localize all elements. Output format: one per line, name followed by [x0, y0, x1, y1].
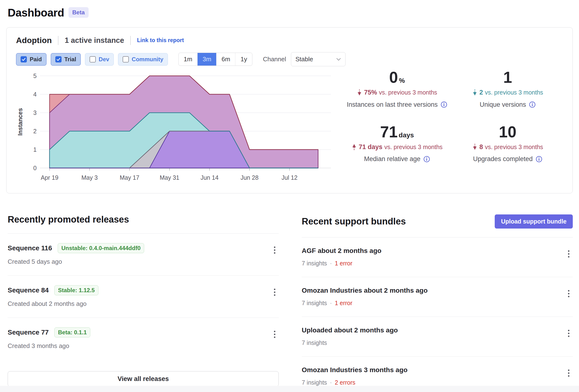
- releases-section: Recently promoted releases Sequence 116U…: [8, 214, 279, 392]
- bundle-meta: 7 insights: [302, 339, 398, 346]
- release-created-date: Created 5 days ago: [8, 258, 144, 265]
- trend-down-icon: [357, 89, 362, 97]
- metric-value: 1: [503, 69, 512, 86]
- adoption-controls: PaidTrialDevCommunity 1m3m6m1y Channel S…: [16, 52, 563, 66]
- chevron-down-icon: [336, 58, 341, 61]
- filter-chip-community[interactable]: Community: [118, 53, 168, 65]
- release-list: Sequence 116Unstable: 0.4.0-main.444ddf0…: [8, 234, 279, 360]
- info-icon[interactable]: [529, 101, 536, 108]
- svg-text:5: 5: [33, 72, 37, 79]
- bundle-insights-count: 7 insights: [302, 339, 327, 346]
- filter-chip-label: Paid: [30, 56, 42, 63]
- time-range-segmented-control: 1m3m6m1y: [178, 53, 252, 66]
- release-kebab-menu[interactable]: [272, 329, 278, 341]
- bundle-error-count: 2 errors: [335, 379, 355, 386]
- bundle-title: Omozan Industries about 2 months ago: [302, 287, 428, 294]
- support-bundle-row: Uploaded about 2 months ago7 insights: [302, 317, 573, 357]
- channel-label: Channel: [263, 56, 286, 63]
- bundle-kebab-menu[interactable]: [566, 249, 572, 260]
- release-kebab-menu[interactable]: [272, 287, 278, 299]
- svg-text:2: 2: [33, 128, 37, 134]
- metric-unit: %: [399, 77, 405, 84]
- bundle-insights-count: 7 insights: [302, 260, 327, 267]
- dot-separator: ·: [330, 260, 332, 267]
- view-all-releases-button[interactable]: View all releases: [8, 371, 279, 387]
- upload-support-bundle-button[interactable]: Upload support bundle: [495, 214, 573, 229]
- filter-chip-dev[interactable]: Dev: [85, 53, 114, 65]
- bundle-insights-count: 7 insights: [302, 379, 327, 386]
- bundle-kebab-menu[interactable]: [566, 368, 572, 380]
- bundle-info: Omozan Industries 3 months ago7 insights…: [302, 366, 408, 386]
- divider: [130, 36, 131, 45]
- svg-text:0: 0: [33, 165, 37, 171]
- svg-text:May 31: May 31: [160, 174, 179, 181]
- active-instance-count: 1 active instance: [65, 36, 124, 45]
- info-icon[interactable]: [536, 156, 542, 162]
- metric-big-number: 1: [503, 69, 512, 86]
- svg-text:Instances: Instances: [17, 108, 23, 135]
- release-kebab-menu[interactable]: [272, 245, 278, 257]
- metric-value: 10: [499, 123, 516, 141]
- release-version-badge: Beta: 0.1.1: [54, 327, 90, 337]
- channel-select[interactable]: Stable: [291, 52, 346, 66]
- metric-big-number: 71days: [380, 123, 414, 141]
- dot-separator: ·: [330, 300, 332, 307]
- range-segment-1m[interactable]: 1m: [179, 53, 197, 65]
- bundle-title: Omozan Industries 3 months ago: [302, 366, 408, 374]
- release-row: Sequence 84Stable: 1.12.5Created about 2…: [8, 276, 279, 318]
- metric-big-number: 10: [499, 123, 516, 141]
- range-segment-1y[interactable]: 1y: [235, 53, 252, 65]
- svg-text:1: 1: [33, 146, 37, 153]
- metric-change-suffix: vs. previous 3 months: [485, 144, 543, 150]
- trend-down-icon: [472, 143, 477, 151]
- range-segment-6m[interactable]: 6m: [216, 53, 235, 65]
- filter-chip-paid[interactable]: Paid: [16, 53, 46, 65]
- range-segment-3m[interactable]: 3m: [197, 53, 216, 65]
- svg-text:3: 3: [33, 109, 37, 116]
- bundle-info: Uploaded about 2 months ago7 insights: [302, 327, 398, 346]
- kebab-menu-icon: [568, 329, 570, 338]
- metric-change-value: 71 days: [359, 143, 382, 151]
- metric-0: 0%75%vs. previous 3 monthsInstances on l…: [342, 69, 452, 108]
- svg-text:Jul 12: Jul 12: [282, 174, 298, 181]
- metric-3: 108vs. previous 3 monthsUpgrades complet…: [452, 123, 563, 163]
- checkbox-unchecked-icon: [123, 56, 129, 63]
- release-name: Sequence 77: [8, 328, 49, 336]
- link-to-report[interactable]: Link to this report: [137, 37, 184, 44]
- checkbox-checked-icon: [21, 56, 27, 63]
- bundle-kebab-menu[interactable]: [566, 289, 572, 300]
- bundle-error-count: 1 error: [335, 260, 353, 267]
- metric-change: 2vs. previous 3 months: [472, 89, 543, 97]
- releases-heading: Recently promoted releases: [8, 214, 279, 225]
- release-name: Sequence 84: [8, 286, 49, 294]
- filter-chip-label: Trial: [65, 56, 76, 63]
- metric-label: Upgrades completed: [473, 155, 542, 163]
- bundle-kebab-menu[interactable]: [566, 328, 572, 340]
- bundle-meta: 7 insights·2 errors: [302, 379, 408, 386]
- bundle-insights-count: 7 insights: [302, 300, 327, 307]
- svg-text:May 17: May 17: [120, 174, 139, 181]
- adoption-card-header: Adoption 1 active instance Link to this …: [16, 36, 563, 45]
- adoption-title: Adoption: [16, 36, 52, 45]
- metric-change-suffix: vs. previous 3 months: [379, 89, 437, 96]
- filter-chip-trial[interactable]: Trial: [51, 53, 81, 65]
- bundle-meta: 7 insights·1 error: [302, 300, 428, 307]
- bundle-title: Uploaded about 2 months ago: [302, 327, 398, 334]
- metric-change-suffix: vs. previous 3 months: [384, 144, 442, 150]
- page-header: Dashboard Beta: [8, 6, 579, 19]
- metric-big-number: 0%: [389, 69, 405, 86]
- metric-label-text: Instances on last three versions: [347, 101, 438, 108]
- release-name: Sequence 116: [8, 244, 52, 252]
- info-icon[interactable]: [423, 156, 430, 162]
- metric-1: 12vs. previous 3 monthsUnique versions: [452, 69, 563, 108]
- metric-value: 0: [389, 69, 398, 86]
- support-bundle-row: AGF about 2 months ago7 insights·1 error: [302, 237, 573, 277]
- svg-text:4: 4: [33, 91, 37, 98]
- release-title-line: Sequence 77Beta: 0.1.1: [8, 327, 90, 337]
- license-filter-chips: PaidTrialDevCommunity: [16, 53, 172, 65]
- metric-label-text: Unique versions: [480, 101, 526, 108]
- release-created-date: Created about 2 months ago: [8, 300, 98, 308]
- info-icon[interactable]: [440, 101, 447, 108]
- bundle-title: AGF about 2 months ago: [302, 247, 381, 255]
- metric-2: 71days71 daysvs. previous 3 monthsMedian…: [342, 123, 452, 163]
